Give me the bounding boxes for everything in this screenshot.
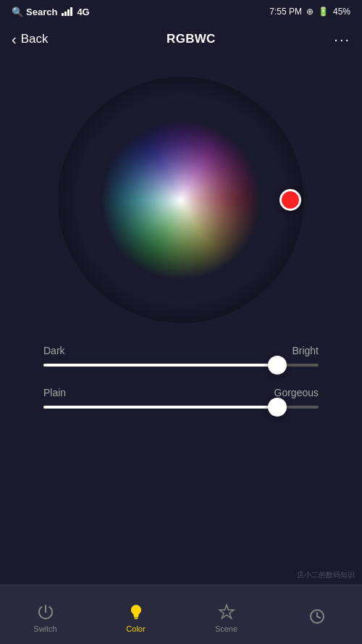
tab-color-label: Color xyxy=(126,624,145,633)
brightness-label-bright: Bright xyxy=(292,345,319,356)
tab-switch-label: Switch xyxy=(33,624,56,633)
brightness-labels: Dark Bright xyxy=(43,345,319,356)
back-button[interactable]: ‹ Back xyxy=(12,32,48,46)
star-icon xyxy=(217,603,236,622)
signal-bars xyxy=(62,7,72,16)
style-thumb[interactable] xyxy=(268,398,287,417)
style-track[interactable] xyxy=(43,406,319,409)
brightness-track[interactable] xyxy=(43,364,319,367)
brightness-thumb[interactable] xyxy=(268,356,287,375)
style-label-plain: Plain xyxy=(43,387,66,398)
time-label: 7:55 PM xyxy=(269,7,302,17)
status-right: 7:55 PM ⊕ 🔋 45% xyxy=(269,7,350,17)
tab-scene-label: Scene xyxy=(215,624,237,633)
svg-rect-2 xyxy=(134,616,138,618)
tab-timer[interactable] xyxy=(272,601,362,629)
brightness-label-dark: Dark xyxy=(43,345,65,356)
style-slider-group: Plain Gorgeous xyxy=(43,387,319,409)
status-left: 🔍 Search 4G xyxy=(12,7,90,17)
svg-marker-4 xyxy=(219,605,234,619)
power-icon xyxy=(36,603,55,622)
more-button[interactable]: ··· xyxy=(334,31,350,48)
brightness-fill xyxy=(43,364,277,367)
tab-color[interactable]: Color xyxy=(90,597,181,633)
page-title: RGBWC xyxy=(167,32,216,46)
tab-bar: Switch Color Scene xyxy=(0,585,362,644)
style-fill xyxy=(43,406,277,409)
color-wheel-section xyxy=(0,55,362,338)
battery-icon: 🔋 xyxy=(318,7,329,17)
svg-rect-3 xyxy=(134,618,138,619)
search-icon: 🔍 xyxy=(12,7,23,17)
tab-scene[interactable]: Scene xyxy=(181,597,272,633)
tab-switch[interactable]: Switch xyxy=(0,597,90,633)
color-wheel-canvas[interactable] xyxy=(58,77,304,323)
carrier-label: Search xyxy=(26,7,57,17)
watermark: 店小二的数码知识 xyxy=(297,570,355,580)
bluetooth-icon: ⊕ xyxy=(306,7,313,17)
sliders-section: Dark Bright Plain Gorgeous xyxy=(0,338,362,436)
header: ‹ Back RGBWC ··· xyxy=(0,23,362,55)
style-label-gorgeous: Gorgeous xyxy=(274,387,319,398)
style-labels: Plain Gorgeous xyxy=(43,387,319,398)
clock-icon xyxy=(308,607,327,626)
status-bar: 🔍 Search 4G 7:55 PM ⊕ 🔋 45% xyxy=(0,0,362,23)
svg-line-7 xyxy=(317,616,320,618)
color-picker-dot[interactable] xyxy=(279,189,301,211)
bulb-icon xyxy=(127,603,146,622)
network-label: 4G xyxy=(77,7,89,17)
brightness-slider-group: Dark Bright xyxy=(43,345,319,367)
color-wheel-wrapper[interactable] xyxy=(58,77,304,323)
battery-label: 45% xyxy=(333,7,350,17)
back-arrow-icon: ‹ xyxy=(12,32,17,46)
back-label: Back xyxy=(21,32,49,46)
